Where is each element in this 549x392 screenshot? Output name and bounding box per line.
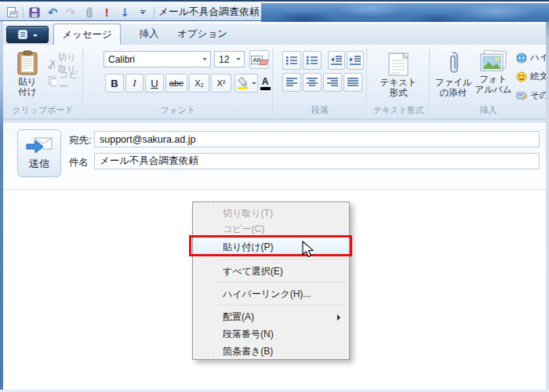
aero-glass-blur bbox=[261, 3, 549, 22]
attach-file-button[interactable]: ファイル の添付 bbox=[434, 48, 472, 103]
header-body-divider bbox=[3, 189, 546, 190]
insert-other-button[interactable]: その他 bbox=[516, 89, 549, 101]
quick-access-toolbar: ↶ ↷ ! ↓ メール不具合調査依頼 bbox=[5, 4, 260, 20]
hyperlink-button[interactable]: ハイパーリン bbox=[516, 52, 549, 64]
toolbar-overflow-icon[interactable] bbox=[136, 5, 150, 20]
ribbon: 貼り 付け 切り取り コピー クリップボード Calibri 12 AB bbox=[3, 45, 546, 118]
decrease-indent-button[interactable] bbox=[328, 51, 345, 70]
submenu-arrow-icon bbox=[337, 314, 340, 321]
tab-options[interactable]: オプション bbox=[174, 24, 231, 45]
menu-item-hyperlink[interactable]: ハイパーリンク(H)... bbox=[195, 286, 347, 302]
redo-icon: ↷ bbox=[64, 5, 78, 20]
font-size-combo[interactable]: 12 bbox=[214, 51, 245, 67]
chevron-down-icon bbox=[33, 34, 38, 37]
tab-insert[interactable]: 挿入 bbox=[127, 24, 171, 45]
menu-item-cut: 切り取り(T) bbox=[195, 205, 347, 221]
copy-button: コピー bbox=[48, 69, 82, 93]
ribbon-group-paragraph: 段落 bbox=[274, 45, 366, 118]
window-icon[interactable] bbox=[5, 5, 19, 20]
ribbon-group-font: Calibri 12 AB B I U abe X₂ X² A フォント bbox=[84, 45, 272, 118]
high-importance-icon[interactable]: ! bbox=[100, 5, 114, 20]
group-label-font: フォント bbox=[84, 104, 272, 116]
chevron-down-icon bbox=[236, 58, 241, 60]
card-pencil-icon bbox=[516, 91, 527, 100]
bold-button[interactable]: B bbox=[105, 74, 124, 93]
mouse-cursor bbox=[301, 241, 317, 263]
strikethrough-button[interactable]: abe bbox=[165, 74, 187, 93]
group-label-insert: 挿入 bbox=[431, 104, 546, 116]
menu-item-copy: コピー(C) bbox=[195, 221, 347, 237]
menu-item-align[interactable]: 配置(A) bbox=[195, 309, 347, 325]
ribbon-group-insert: ファイル の添付 フォト アルバム ハイパーリン 絵文字 bbox=[431, 45, 546, 118]
menu-separator bbox=[217, 282, 347, 283]
menu-separator bbox=[217, 260, 347, 260]
increase-indent-button[interactable] bbox=[347, 51, 364, 70]
font-color-button[interactable]: A bbox=[260, 74, 271, 93]
ribbon-group-textformat: テキスト 形式 テキスト形式 bbox=[368, 45, 429, 118]
numbered-list-button[interactable] bbox=[282, 51, 301, 70]
align-left-button[interactable] bbox=[282, 73, 301, 92]
title-bar[interactable]: ↶ ↷ ! ↓ メール不具合調査依頼 bbox=[0, 0, 549, 21]
italic-button[interactable]: I bbox=[125, 74, 144, 93]
window-border-right bbox=[546, 0, 549, 392]
clear-formatting-button[interactable]: AB bbox=[249, 50, 269, 69]
copy-icon bbox=[48, 76, 56, 86]
window-border-left bbox=[0, 0, 3, 392]
text-format-button[interactable]: テキスト 形式 bbox=[376, 48, 420, 103]
eraser-icon bbox=[260, 60, 269, 65]
justify-button[interactable] bbox=[344, 73, 362, 92]
subscript-button[interactable]: X₂ bbox=[189, 74, 209, 93]
clipboard-icon bbox=[17, 50, 38, 75]
menu-separator bbox=[217, 305, 347, 306]
photo-album-icon bbox=[480, 50, 507, 73]
bullet-list-button[interactable] bbox=[303, 51, 322, 70]
annotation-red-box bbox=[189, 235, 352, 256]
subject-label: 件名 bbox=[69, 156, 89, 169]
low-importance-icon[interactable]: ↓ bbox=[118, 5, 132, 20]
highlight-button[interactable] bbox=[235, 74, 258, 93]
tab-message[interactable]: メッセージ bbox=[53, 24, 121, 45]
save-icon[interactable] bbox=[27, 5, 42, 20]
paperclip-icon bbox=[446, 50, 460, 76]
menu-item-select-all[interactable]: すべて選択(E) bbox=[195, 263, 347, 279]
font-family-combo[interactable]: Calibri bbox=[104, 51, 211, 67]
highlighter-icon bbox=[237, 77, 249, 89]
window-title: メール不具合調査依頼 bbox=[158, 5, 260, 19]
scissors-icon bbox=[48, 59, 55, 69]
smiley-icon bbox=[516, 71, 527, 82]
align-center-button[interactable] bbox=[303, 73, 322, 92]
photo-album-button[interactable]: フォト アルバム bbox=[474, 48, 513, 103]
group-label-textformat: テキスト形式 bbox=[368, 105, 429, 116]
chevron-down-icon bbox=[252, 82, 256, 85]
send-mail-icon bbox=[25, 136, 53, 155]
context-menu: 切り取り(T) コピー(C) 貼り付け(P) すべて選択(E) ハイパーリンク(… bbox=[192, 201, 350, 360]
align-right-button[interactable] bbox=[323, 73, 342, 92]
undo-icon[interactable]: ↶ bbox=[45, 5, 60, 20]
superscript-button[interactable]: X² bbox=[211, 74, 231, 93]
to-label: 宛先: bbox=[69, 134, 91, 147]
subject-input[interactable] bbox=[94, 153, 540, 169]
group-label-clipboard: クリップボード bbox=[3, 104, 82, 116]
group-label-paragraph: 段落 bbox=[274, 104, 366, 116]
to-input[interactable] bbox=[94, 131, 540, 147]
menu-item-bullets[interactable]: 箇条書き(B) bbox=[195, 343, 347, 359]
ribbon-group-clipboard: 貼り 付け 切り取り コピー クリップボード bbox=[3, 45, 82, 118]
emoji-button[interactable]: 絵文字 bbox=[516, 71, 549, 82]
color-swatch bbox=[260, 87, 271, 90]
toolbar-separator bbox=[154, 7, 155, 18]
chevron-down-icon bbox=[202, 58, 207, 60]
notepad-icon bbox=[387, 50, 409, 76]
paste-button[interactable]: 貼り 付け bbox=[9, 48, 45, 103]
attach-icon[interactable] bbox=[82, 5, 96, 20]
underline-button[interactable]: U bbox=[145, 74, 164, 93]
menu-item-paragraph-number[interactable]: 段落番号(N) bbox=[195, 326, 347, 342]
globe-icon bbox=[516, 53, 527, 64]
send-button[interactable]: 送信 bbox=[17, 129, 61, 177]
menu-list-icon bbox=[18, 30, 29, 39]
app-menu-button[interactable] bbox=[6, 26, 49, 43]
toolbar-separator bbox=[23, 7, 24, 18]
mail-compose-window: ↶ ↷ ! ↓ メール不具合調査依頼 メッセージ 挿入 オプション bbox=[0, 0, 549, 392]
